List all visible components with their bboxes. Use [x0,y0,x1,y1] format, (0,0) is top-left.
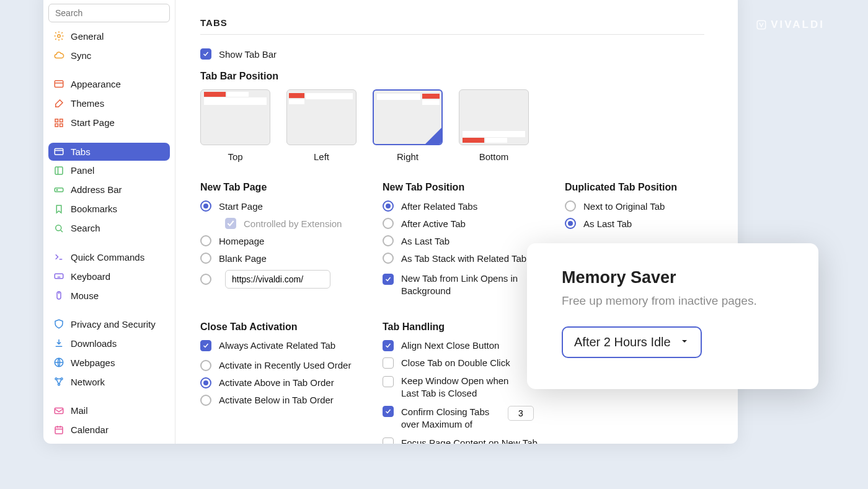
tabs-icon [53,146,64,157]
newpos-after-related-radio[interactable] [383,200,394,212]
tab-position-top-label: Top [200,151,270,162]
svg-rect-9 [55,188,63,192]
newpos-after-related-label: After Related Tabs [401,201,477,212]
newpos-as-stack-radio[interactable] [383,253,394,264]
tab-position-top[interactable]: Top [200,89,270,162]
sidebar-item-themes[interactable]: Themes [48,94,170,112]
sidebar-item-sync[interactable]: Sync [48,47,170,65]
dup-next-original-radio[interactable] [565,200,576,212]
confirm-close-label: Confirm Closing Tabs over Maximum of [401,406,500,431]
dup-as-last-radio[interactable] [565,218,576,229]
svg-rect-7 [55,149,63,155]
activate-above-radio[interactable] [200,377,211,388]
grid-icon [53,117,64,128]
show-tab-bar-label: Show Tab Bar [219,49,277,60]
newpos-after-active-label: After Active Tab [401,218,466,229]
sidebar-item-label: Quick Commands [71,252,144,262]
focus-content-checkbox[interactable] [383,437,394,444]
cloud-icon [53,50,64,61]
gear-icon [53,30,64,42]
sidebar-item-label: Mail [71,405,88,416]
sidebar-item-label: Downloads [71,338,117,349]
align-close-checkbox[interactable] [383,340,394,351]
new-tab-blank-label: Blank Page [219,253,267,264]
sidebar-item-label: Panel [71,165,94,176]
address-bar-icon [53,184,64,195]
keep-open-label: Keep Window Open when Last Tab is Closed [401,375,525,400]
sidebar-item-search[interactable]: Search [48,219,170,237]
tab-position-left-label: Left [286,151,356,162]
sidebar-item-label: Sync [71,50,91,61]
tab-position-bottom-label: Bottom [459,151,529,162]
search-input[interactable] [48,4,170,22]
memory-saver-dropdown[interactable]: After 2 Hours Idle [562,326,702,358]
sidebar-item-tabs[interactable]: Tabs [48,143,170,161]
sidebar-item-mouse[interactable]: Mouse [48,287,170,305]
newpos-as-last-radio[interactable] [383,235,394,246]
sidebar-item-bookmarks[interactable]: Bookmarks [48,200,170,218]
sidebar-item-general[interactable]: General [48,27,170,45]
tab-bar-position-title: Tab Bar Position [200,71,704,82]
new-tab-homepage-radio[interactable] [200,235,211,246]
sidebar-item-privacy[interactable]: Privacy and Security [48,315,170,333]
svg-rect-6 [60,123,63,127]
focus-content-label: Focus Page Content on New Tab [401,437,538,444]
sidebar: General Sync Appearance Themes Start Pag… [43,0,175,444]
keep-open-checkbox[interactable] [383,376,394,387]
new-tab-startpage-label: Start Page [219,201,263,212]
sidebar-item-webpages[interactable]: Webpages [48,354,170,372]
sidebar-item-label: Mouse [71,290,99,301]
sidebar-item-label: Themes [71,98,104,109]
tab-position-left[interactable]: Left [286,89,356,162]
svg-rect-0 [757,20,766,29]
controlled-by-extension-checkbox[interactable] [225,218,236,229]
activate-recently-label: Activate in Recently Used Order [219,360,351,370]
tab-position-bottom[interactable]: Bottom [459,89,529,162]
sidebar-item-network[interactable]: Network [48,373,170,391]
sidebar-item-label: Search [71,223,100,233]
sidebar-item-keyboard[interactable]: Keyboard [48,267,170,285]
always-related-checkbox[interactable] [200,340,211,351]
chevron-down-icon [680,335,689,349]
show-tab-bar-checkbox[interactable] [200,48,211,60]
sidebar-item-startpage[interactable]: Start Page [48,114,170,132]
activate-below-radio[interactable] [200,395,211,406]
sidebar-item-appearance[interactable]: Appearance [48,75,170,93]
sidebar-item-quickcommands[interactable]: Quick Commands [48,248,170,266]
tab-bar-position-options: Top Left Right [200,89,704,162]
confirm-close-checkbox[interactable] [383,406,394,417]
new-tab-startpage-radio[interactable] [200,200,211,212]
bookmark-icon [53,204,64,215]
sidebar-item-mail[interactable]: Mail [48,402,170,419]
controlled-by-extension-label: Controlled by Extension [244,218,342,229]
close-activation-title: Close Tab Activation [200,321,355,333]
shield-icon [53,318,64,330]
new-tab-custom-radio[interactable] [200,274,211,285]
sidebar-item-calendar[interactable]: Calendar [48,421,170,439]
sidebar-item-label: Calendar [71,424,108,435]
tab-handling-title: Tab Handling [383,321,538,333]
link-background-checkbox[interactable] [383,274,394,285]
svg-point-17 [58,384,60,385]
new-tab-blank-radio[interactable] [200,253,211,264]
calendar-icon [53,424,64,436]
svg-rect-12 [55,274,63,279]
memory-saver-popup: Memory Saver Free up memory from inactiv… [527,243,818,389]
tab-position-right[interactable]: Right [373,89,443,162]
double-click-checkbox[interactable] [383,357,394,369]
new-tab-custom-url-input[interactable] [225,270,330,289]
sidebar-item-downloads[interactable]: Downloads [48,334,170,352]
memory-saver-subtitle: Free up memory from inactive pages. [562,294,784,309]
align-close-label: Align Next Close Button [401,340,499,351]
confirm-close-number-input[interactable] [508,406,534,421]
tabs-heading: TABS [200,17,704,28]
always-related-label: Always Activate Related Tab [219,340,335,351]
dup-next-original-label: Next to Original Tab [583,201,665,212]
activate-recently-radio[interactable] [200,360,211,371]
double-click-label: Close Tab on Double Click [401,357,510,368]
newpos-after-active-radio[interactable] [383,218,394,229]
sidebar-item-panel[interactable]: Panel [48,162,170,180]
sidebar-item-label: Appearance [71,79,121,89]
sidebar-item-addressbar[interactable]: Address Bar [48,181,170,199]
download-icon [53,338,64,349]
